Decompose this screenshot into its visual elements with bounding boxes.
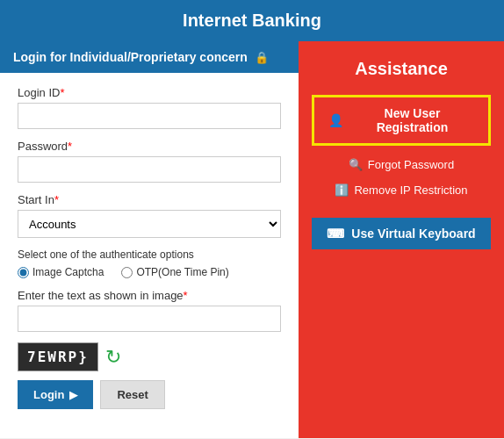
virtual-keyboard-label: Use Virtual Keyboard bbox=[351, 227, 475, 241]
forgot-password-link[interactable]: Forgot Password bbox=[312, 158, 491, 171]
otp-option[interactable]: OTP(One Time Pin) bbox=[121, 266, 228, 278]
login-button[interactable]: Login bbox=[18, 380, 93, 409]
image-captcha-radio[interactable] bbox=[18, 267, 29, 278]
auth-options-group: Select one of the authenticate options I… bbox=[18, 248, 281, 278]
user-icon bbox=[328, 113, 343, 127]
new-user-label: New User Registration bbox=[350, 106, 474, 134]
button-row: Login Reset bbox=[18, 380, 281, 409]
search-icon bbox=[349, 158, 363, 171]
login-arrow-icon bbox=[69, 388, 77, 401]
right-panel: Assistance New User Registration Forgot … bbox=[299, 41, 504, 438]
keyboard-icon bbox=[327, 227, 344, 241]
start-in-select[interactable]: Accounts Transfers Payments Reports bbox=[18, 210, 281, 238]
login-id-label: Login ID* bbox=[18, 86, 281, 99]
auth-section-label: Select one of the authenticate options bbox=[18, 248, 281, 261]
header-title: Internet Banking bbox=[183, 11, 321, 30]
reset-button[interactable]: Reset bbox=[100, 380, 164, 409]
refresh-captcha-icon[interactable]: ↻ bbox=[105, 346, 121, 369]
image-captcha-label: Image Captcha bbox=[32, 266, 104, 278]
otp-label: OTP(One Time Pin) bbox=[136, 266, 228, 278]
password-group: Password* bbox=[18, 140, 281, 183]
password-input[interactable] bbox=[18, 156, 281, 183]
login-header-text: Login for Individual/Proprietary concern bbox=[13, 50, 248, 64]
captcha-input[interactable] bbox=[18, 306, 281, 332]
password-label: Password* bbox=[18, 140, 281, 153]
remove-ip-label: Remove IP Restriction bbox=[354, 184, 467, 197]
login-label: Login bbox=[33, 388, 64, 401]
login-header: Login for Individual/Proprietary concern bbox=[0, 41, 299, 73]
page-header: Internet Banking bbox=[0, 0, 504, 41]
captcha-area: 7EWRP} ↻ bbox=[18, 342, 281, 371]
new-user-registration-button[interactable]: New User Registration bbox=[312, 95, 491, 146]
captcha-image: 7EWRP} bbox=[18, 342, 98, 371]
main-container: Login for Individual/Proprietary concern… bbox=[0, 41, 504, 438]
radio-group: Image Captcha OTP(One Time Pin) bbox=[18, 266, 281, 278]
login-id-group: Login ID* bbox=[18, 86, 281, 129]
info-icon bbox=[335, 184, 349, 197]
start-in-group: Start In* Accounts Transfers Payments Re… bbox=[18, 193, 281, 238]
otp-radio[interactable] bbox=[121, 267, 133, 278]
reset-label: Reset bbox=[117, 388, 148, 401]
captcha-group: Enter the text as shown in image* bbox=[18, 289, 281, 332]
start-in-label: Start In* bbox=[18, 193, 281, 206]
login-form: Login ID* Password* Start In* Accounts T… bbox=[0, 73, 299, 438]
assistance-title: Assistance bbox=[355, 59, 448, 79]
captcha-label: Enter the text as shown in image* bbox=[18, 289, 281, 302]
lock-icon bbox=[255, 50, 269, 64]
remove-ip-link[interactable]: Remove IP Restriction bbox=[312, 184, 491, 197]
left-panel: Login for Individual/Proprietary concern… bbox=[0, 41, 299, 438]
login-id-input[interactable] bbox=[18, 103, 281, 129]
forgot-password-label: Forgot Password bbox=[368, 158, 454, 171]
image-captcha-option[interactable]: Image Captcha bbox=[18, 266, 104, 278]
virtual-keyboard-button[interactable]: Use Virtual Keyboard bbox=[312, 218, 491, 249]
